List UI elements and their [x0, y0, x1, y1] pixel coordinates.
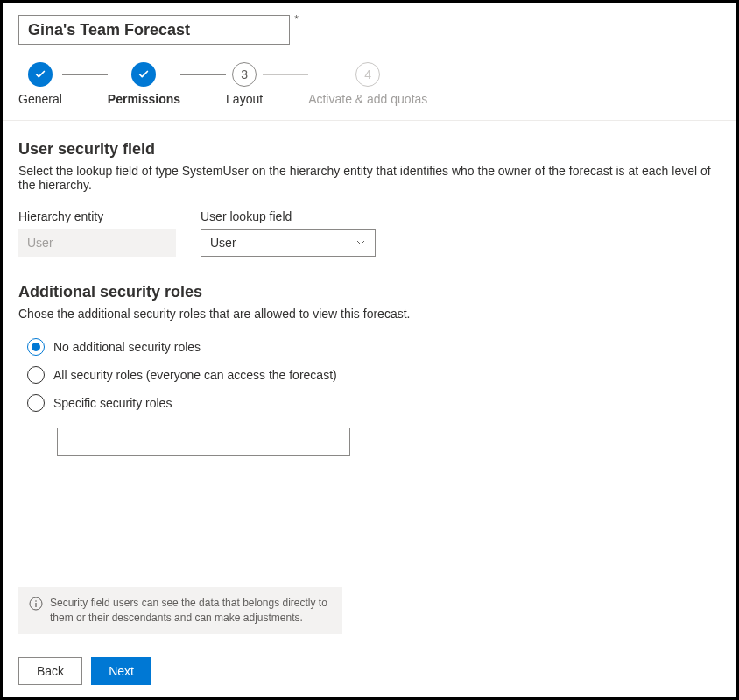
radio-specific-roles[interactable]: Specific security roles	[27, 394, 721, 412]
required-mark: *	[294, 13, 299, 25]
user-security-title: User security field	[18, 140, 721, 159]
info-icon	[29, 597, 43, 611]
forecast-title-input[interactable]	[18, 15, 290, 45]
header: *	[3, 3, 736, 45]
radio-icon	[27, 338, 45, 356]
user-lookup-field: User lookup field User	[201, 209, 376, 257]
step-layout[interactable]: 3 Layout	[226, 62, 263, 106]
step-label: Permissions	[108, 92, 180, 106]
info-box: Security field users can see the data th…	[18, 587, 342, 634]
step-number: 4	[355, 62, 380, 87]
step-label: General	[18, 92, 62, 106]
step-number: 3	[232, 62, 257, 87]
check-icon	[28, 62, 53, 87]
hierarchy-entity-field: Hierarchy entity User	[18, 209, 176, 257]
user-lookup-dropdown[interactable]: User	[201, 229, 376, 257]
step-label: Activate & add quotas	[308, 92, 427, 106]
dropdown-value: User	[210, 236, 236, 250]
radio-icon	[27, 366, 45, 384]
security-roles-radio-group: No additional security roles All securit…	[18, 338, 721, 456]
radio-label: All security roles (everyone can access …	[53, 368, 337, 382]
additional-roles-title: Additional security roles	[18, 283, 721, 301]
specific-roles-input[interactable]	[57, 428, 350, 456]
svg-rect-2	[35, 603, 36, 607]
user-security-desc: Select the lookup field of type SystemUs…	[18, 164, 721, 192]
footer-buttons: Back Next	[18, 657, 151, 685]
chevron-down-icon	[355, 237, 366, 248]
info-text: Security field users can see the data th…	[50, 596, 332, 626]
step-permissions[interactable]: Permissions	[108, 62, 180, 106]
radio-no-additional[interactable]: No additional security roles	[27, 338, 721, 356]
step-label: Layout	[226, 92, 263, 106]
step-general[interactable]: General	[18, 62, 62, 106]
hierarchy-entity-label: Hierarchy entity	[18, 209, 176, 223]
radio-label: No additional security roles	[53, 340, 201, 354]
title-input-wrapper: *	[18, 15, 290, 45]
step-connector	[263, 74, 308, 75]
radio-icon	[27, 394, 45, 412]
next-button[interactable]: Next	[91, 657, 151, 685]
additional-roles-desc: Chose the additional security roles that…	[18, 307, 721, 321]
radio-label: Specific security roles	[53, 396, 172, 410]
user-lookup-label: User lookup field	[201, 209, 376, 223]
back-button[interactable]: Back	[18, 657, 82, 685]
check-icon	[131, 62, 156, 87]
content-area: User security field Select the lookup fi…	[3, 121, 736, 456]
step-activate: 4 Activate & add quotas	[308, 62, 427, 106]
step-connector	[180, 74, 226, 75]
svg-point-1	[35, 601, 37, 603]
radio-all-roles[interactable]: All security roles (everyone can access …	[27, 366, 721, 384]
field-row: Hierarchy entity User User lookup field …	[18, 209, 721, 257]
hierarchy-entity-value: User	[18, 229, 176, 257]
wizard-stepper: General Permissions 3 Layout 4 Activate …	[3, 45, 736, 121]
step-connector	[62, 74, 108, 75]
